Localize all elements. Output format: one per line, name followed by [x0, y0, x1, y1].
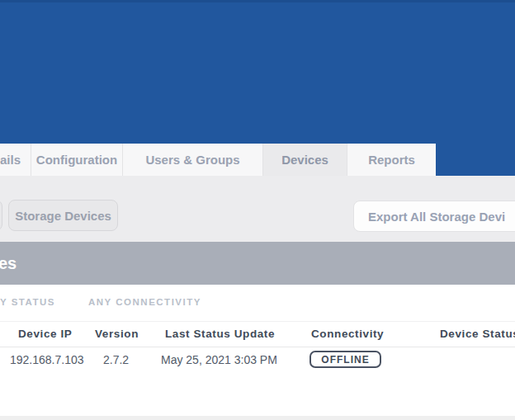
connectivity-filter-dropdown[interactable]: ANY CONNECTIVITY [88, 297, 201, 307]
table-top-divider [0, 321, 515, 322]
partial-left-button[interactable] [0, 200, 2, 231]
cell-device-ip: 192.168.7.103 [10, 353, 84, 366]
tab-configuration[interactable]: Configuration [31, 144, 122, 176]
cell-last-status-update: May 25, 2021 3:03 PM [161, 353, 277, 366]
column-header-version: Version [95, 328, 139, 340]
tab-bar: ails Configuration Users & Groups Device… [0, 144, 436, 176]
tab-label: ails [0, 153, 21, 167]
tab-label: Configuration [36, 153, 117, 167]
export-all-storage-devices-button[interactable]: Export All Storage Devi [353, 201, 515, 232]
cell-version: 2.7.2 [103, 353, 129, 366]
bottom-strip [0, 416, 515, 420]
section-title-fragment: es [0, 254, 17, 273]
header-top-strip [0, 0, 515, 2]
tab-label: Users & Groups [145, 153, 239, 167]
tab-label: Devices [281, 153, 328, 167]
column-header-connectivity: Connectivity [311, 328, 384, 340]
tab-devices[interactable]: Devices [262, 144, 347, 176]
column-header-device-status: Device Status [440, 328, 515, 340]
section-header: es [0, 242, 515, 285]
table-row[interactable]: 192.168.7.103 2.7.2 May 25, 2021 3:03 PM… [0, 347, 515, 378]
column-header-device-ip: Device IP [18, 328, 72, 340]
column-header-last-status-update: Last Status Update [165, 328, 275, 340]
tab-label: Reports [368, 153, 415, 167]
connectivity-status-badge: OFFLINE [309, 351, 381, 368]
tab-users-groups[interactable]: Users & Groups [122, 144, 262, 176]
tab-details-partial[interactable]: ails [0, 144, 31, 176]
devices-panel: Y STATUS ANY CONNECTIVITY Device IP Vers… [0, 285, 515, 415]
app-window: ails Configuration Users & Groups Device… [0, 0, 515, 420]
status-filter-dropdown[interactable]: Y STATUS [0, 297, 55, 307]
storage-devices-button[interactable]: Storage Devices [8, 200, 118, 231]
toolbar: Storage Devices Export All Storage Devi [0, 176, 515, 242]
tab-reports[interactable]: Reports [347, 144, 436, 176]
